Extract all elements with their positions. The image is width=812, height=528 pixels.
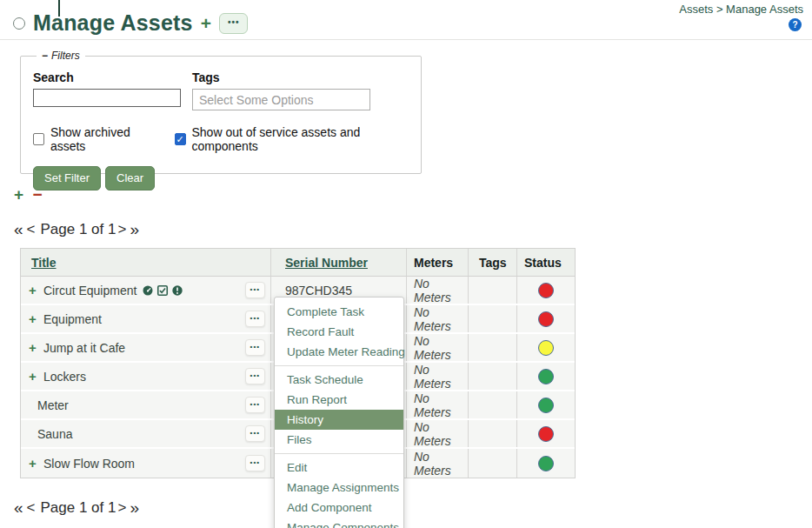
pagination-last-button[interactable]: » — [130, 220, 139, 239]
row-actions-button[interactable]: ••• — [245, 339, 265, 356]
sort-title-link[interactable]: Title — [31, 256, 57, 270]
menu-item-manage-components[interactable]: Manage Components — [275, 518, 403, 528]
page-more-actions-button[interactable]: ••• — [219, 13, 249, 34]
expand-row-icon[interactable]: + — [29, 341, 39, 354]
pagination-first-button[interactable]: « — [14, 498, 23, 518]
row-actions-button[interactable]: ••• — [245, 455, 265, 471]
expand-row-icon[interactable]: + — [29, 284, 39, 297]
menu-item-files[interactable]: Files — [275, 430, 403, 450]
menu-item-record-fault[interactable]: Record Fault — [275, 322, 403, 342]
meters-cell: No Meters — [407, 277, 469, 304]
menu-item-edit[interactable]: Edit — [275, 458, 403, 478]
meter-gauge-icon — [142, 284, 154, 297]
pagination-next-button[interactable]: > — [117, 499, 126, 517]
status-indicator-green — [538, 398, 554, 413]
menu-item-history[interactable]: History — [275, 410, 403, 430]
row-actions-menu: Complete TaskRecord FaultUpdate Meter Re… — [274, 297, 404, 528]
clear-filter-button[interactable]: Clear — [105, 166, 155, 190]
tags-cell — [469, 420, 517, 447]
status-indicator-red — [538, 311, 554, 327]
tags-label: Tags — [192, 70, 383, 84]
help-icon[interactable]: ? — [789, 18, 802, 31]
column-header-status: Status — [517, 249, 575, 276]
menu-item-update-meter-reading[interactable]: Update Meter Reading — [275, 342, 403, 362]
pagination-last-button[interactable]: » — [130, 498, 139, 518]
status-cell — [517, 449, 575, 478]
menu-item-add-component[interactable]: Add Component — [275, 498, 403, 518]
menu-separator — [275, 453, 403, 454]
collapse-all-icon[interactable]: − — [32, 185, 42, 204]
asset-title: Sauna — [37, 427, 72, 441]
asset-title: Meter — [37, 398, 69, 412]
expand-row-icon[interactable]: + — [29, 370, 39, 383]
tags-input[interactable] — [192, 89, 370, 110]
pagination-first-button[interactable]: « — [14, 220, 23, 239]
checkbox-checked-icon[interactable]: ✓ — [175, 133, 186, 145]
expand-row-icon[interactable]: + — [29, 457, 39, 470]
search-input[interactable] — [33, 89, 181, 107]
pagination-top: « < Page 1 of 1 > » — [14, 219, 812, 240]
pagination-label: Page 1 of 1 — [41, 221, 116, 238]
status-cell — [517, 334, 575, 361]
row-actions-button[interactable]: ••• — [245, 368, 265, 384]
show-out-of-service-label: Show out of service assets and component… — [192, 125, 409, 153]
menu-item-task-schedule[interactable]: Task Schedule — [275, 370, 403, 390]
row-actions-button[interactable]: ••• — [245, 311, 265, 327]
title-cell: + Jump at it Cafe ••• — [21, 334, 271, 361]
tags-cell — [469, 334, 517, 361]
pagination-prev-button[interactable]: < — [27, 499, 36, 517]
meters-cell: No Meters — [407, 334, 469, 361]
row-actions-button[interactable]: ••• — [245, 397, 265, 413]
menu-item-complete-task[interactable]: Complete Task — [275, 302, 403, 322]
meters-cell: No Meters — [407, 391, 469, 418]
menu-item-manage-assignments[interactable]: Manage Assignments — [275, 478, 403, 498]
row-actions-button[interactable]: ••• — [245, 282, 265, 298]
status-indicator-red — [538, 426, 554, 442]
menu-item-run-report[interactable]: Run Report — [275, 390, 403, 410]
pagination-label: Page 1 of 1 — [41, 499, 116, 517]
asset-title: Jump at it Cafe — [43, 341, 125, 355]
show-archived-checkbox[interactable]: Show archived assets — [33, 125, 158, 153]
expand-all-icon[interactable]: + — [14, 185, 23, 204]
status-indicator-green — [538, 369, 554, 384]
collapse-filters-icon[interactable]: − — [42, 50, 48, 62]
show-out-of-service-checkbox[interactable]: ✓ Show out of service assets and compone… — [175, 125, 409, 153]
filters-legend-label: Filters — [51, 50, 80, 62]
set-filter-button[interactable]: Set Filter — [33, 166, 101, 190]
expand-row-icon[interactable]: + — [29, 312, 39, 325]
status-cell — [517, 277, 575, 304]
column-header-title: Title — [21, 249, 271, 276]
breadcrumb-assets-link[interactable]: Assets — [679, 3, 713, 16]
column-header-meters: Meters — [407, 249, 469, 276]
asset-title: Lockers — [43, 370, 86, 384]
asset-badges — [142, 284, 183, 297]
pagination-bottom: « < Page 1 of 1 > » — [14, 498, 812, 518]
meters-cell: No Meters — [407, 449, 469, 478]
status-indicator-green — [538, 456, 554, 471]
status-cell — [517, 420, 575, 447]
column-header-serial: Serial Number — [271, 249, 407, 276]
search-label: Search — [33, 70, 192, 84]
tags-cell — [469, 363, 517, 390]
menu-separator — [275, 365, 403, 366]
status-indicator-red — [538, 283, 554, 298]
pagination-prev-button[interactable]: < — [27, 221, 36, 238]
row-actions-button[interactable]: ••• — [245, 425, 265, 442]
sort-serial-link[interactable]: Serial Number — [285, 256, 368, 270]
asset-title: Equipment — [43, 312, 102, 326]
column-header-tags: Tags — [469, 249, 517, 276]
asset-title: Slow Flow Room — [43, 457, 135, 471]
meters-cell: No Meters — [407, 363, 469, 390]
tags-cell — [469, 391, 517, 418]
meters-cell: No Meters — [407, 305, 469, 332]
text-caret-artifact — [58, 0, 60, 17]
tags-cell — [469, 449, 517, 478]
tags-cell — [469, 277, 517, 304]
table-header-row: Title Serial Number Meters Tags Status — [21, 249, 575, 277]
title-cell: Sauna ••• — [21, 420, 271, 447]
add-asset-button[interactable]: + — [201, 14, 211, 32]
filters-panel: −Filters Search Tags Show archived asset… — [20, 50, 422, 174]
spinner-circle-icon — [13, 17, 25, 30]
pagination-next-button[interactable]: > — [117, 221, 126, 238]
checkbox-unchecked-icon[interactable] — [33, 133, 44, 145]
